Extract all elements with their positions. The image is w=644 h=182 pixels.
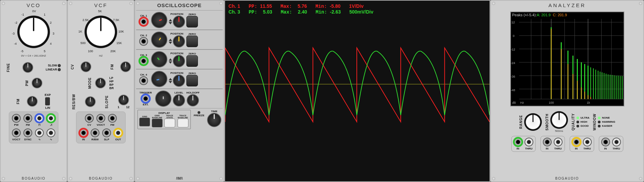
vco-pw-knob[interactable] [32,78,42,88]
disp-grid-btn[interactable] [139,118,150,126]
ch2-pos-knob[interactable] [173,35,185,47]
ch1-zero-btn[interactable] [186,16,198,27]
disp-tracebase-btn[interactable] [178,119,188,127]
vcf-cv-knob[interactable] [80,61,91,72]
vcf-slp-port[interactable] [102,128,111,137]
vcf-ports: CV V/OCT FM IN R/BW SLP OUT [76,112,126,143]
freeze-label[interactable]: FREEZE [194,114,204,117]
vco-fine-knob[interactable] [22,62,33,73]
ana-thru-d[interactable] [612,138,621,146]
vco-tri-out[interactable] [35,128,44,137]
scope-trigger-row: TRIGGER EXT. LEVEL HOLDOFF [136,89,223,108]
vco-ramp-out[interactable] [47,114,55,123]
linear-toggle[interactable] [58,68,61,71]
ch1-port[interactable] [139,17,148,26]
vcf-res-knob[interactable] [85,96,96,107]
range-knob[interactable] [524,113,542,131]
ch4-port[interactable] [139,76,148,85]
pw-label: PW [25,80,29,86]
exp-label: EXP [44,93,51,97]
vco-pw-port[interactable] [12,114,21,123]
wave-svg [225,14,490,181]
vco-sq-out[interactable] [35,114,44,123]
ch4-scale-knob[interactable] [151,71,167,87]
ch1-pos-up[interactable] [169,19,172,21]
window-none[interactable] [598,117,601,119]
trigger-src-knob[interactable] [155,90,171,107]
vco-freq-caption: 0V = C4 = 261.63HZ [21,54,46,57]
vcf-module: VCF 100 500 1K 2.5K 5K 7.5K 10K 15K 20K … [67,0,134,182]
ch1-pos-down[interactable] [169,22,172,24]
window-kaiser[interactable] [598,125,601,127]
vcf-voct-port[interactable] [96,114,105,123]
smooth-knob[interactable] [550,111,568,129]
vcf-cv-port[interactable] [85,114,94,123]
ch1-scale-knob[interactable] [151,12,167,28]
ch3-pos-up[interactable] [169,58,172,61]
ana-in-d[interactable] [601,138,610,146]
ch4-label: CH. 4 [140,73,147,76]
vcf-fm-knob[interactable] [120,61,131,72]
window-hamming[interactable] [598,121,601,123]
wave-stats-ch1: Ch. 1 PP: 11.55 Max: 5.76 Min: -5.80 1V/… [225,3,490,9]
vco-sync-port[interactable] [23,128,32,137]
vco-title: VCO [26,2,41,8]
vcf-title: VCF [94,2,108,8]
vcf-out-port[interactable] [114,128,123,137]
quality-high[interactable] [576,121,579,123]
ana-in-c[interactable] [572,138,581,146]
ch2-scale-knob[interactable] [151,32,167,48]
ana-thru-a[interactable] [525,138,533,146]
vco-voct-port[interactable] [12,128,21,137]
holdoff-label: HOLDOFF [186,91,200,94]
vcf-fm-port[interactable] [108,114,117,123]
vcf-freq-knob[interactable] [85,16,117,48]
holdoff-knob[interactable] [187,94,199,106]
ana-in-a[interactable] [514,138,522,146]
ch3-port[interactable] [139,57,148,65]
ch3-pos-down[interactable] [169,61,172,64]
vco-fm-port[interactable] [23,114,32,123]
disp-stats-btn[interactable] [164,119,175,127]
trigger-ext-port[interactable] [141,94,150,103]
ch2-port[interactable] [139,37,148,46]
ch2-label: CH. 2 [140,34,147,37]
linear-label: LINEAR [45,68,57,71]
vcf-in-port[interactable] [79,128,88,137]
ch4-pos-knob[interactable] [173,75,185,87]
ch1-pos-knob[interactable] [173,16,185,28]
vco-sin-out[interactable] [47,128,55,137]
ana-thru-b[interactable] [554,138,563,146]
range-label: RANGE [519,115,523,129]
ch4-pos-up[interactable] [169,78,172,80]
fine-label: FINE [6,63,10,72]
ch3-zero-btn[interactable] [186,55,198,67]
mode-bp: BP [109,83,114,86]
quality-good[interactable] [576,125,579,127]
ch3-pos-knob[interactable] [173,55,185,67]
ch2-pos-up[interactable] [169,39,172,41]
ch2-zero-btn[interactable] [186,36,198,47]
ch4-pos-down[interactable] [169,81,172,83]
vco-fm-knob[interactable] [27,96,38,107]
ch4-zero-btn[interactable] [186,75,198,86]
ch2-pos-down[interactable] [169,42,172,44]
analyzer-svg [511,12,624,106]
analyzer-module: ANALYZER Peaks (+/-5.4):A: 201.9 C: 201.… [490,0,644,182]
ana-thru-c[interactable] [583,138,592,146]
ch3-scale-knob[interactable] [151,51,167,67]
vcf-rbw-port[interactable] [91,128,99,137]
scope-ch2-row: CH. 2 POSITION ZERO [136,30,223,49]
vco-exp-lin-switch[interactable] [45,97,50,105]
quality-ultra[interactable] [576,117,579,119]
trigger-level-knob[interactable] [173,94,185,106]
mode-br: BR [109,86,114,90]
vcf-mode-knob[interactable] [95,78,106,88]
vco-freq-knob[interactable] [17,16,50,48]
disp-gridbase-btn[interactable] [152,119,163,127]
time-knob[interactable] [207,113,221,127]
smooth-label: SMOOTH [545,114,549,130]
vcf-slope-knob[interactable] [118,95,129,105]
ana-in-b[interactable] [543,138,552,146]
slow-toggle[interactable] [58,64,61,67]
